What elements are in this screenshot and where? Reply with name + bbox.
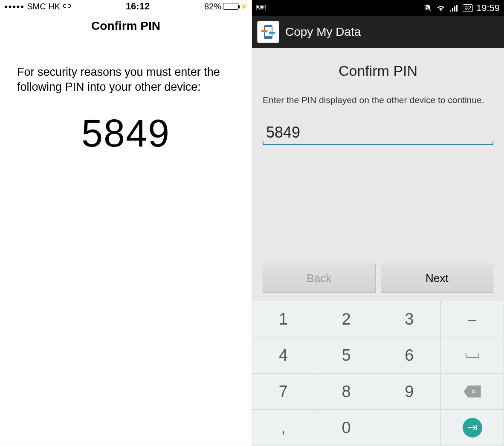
svg-rect-10 [261,7,262,8]
keypad-1[interactable]: 1 [252,301,315,337]
svg-rect-17 [452,8,453,12]
keypad-9[interactable]: 9 [378,374,441,410]
back-button[interactable]: Back [263,264,376,293]
personal-hotspot-icon [63,2,71,11]
android-screen: 92 19:59 Copy My Data Confirm PIN Enter … [252,0,504,446]
back-button-label: Back [307,272,331,285]
svg-rect-11 [262,7,263,8]
android-appbar: Copy My Data [252,16,504,48]
svg-rect-16 [450,10,451,12]
battery-icon [223,3,238,10]
ios-screen: ●●●●● SMC HK 16:12 82% ⚡ Confirm PIN For… [0,0,252,446]
android-content: Confirm PIN Enter the PIN displayed on t… [252,48,504,301]
next-button[interactable]: Next [381,264,494,293]
android-status-bar: 92 19:59 [252,0,504,16]
carrier-label: SMC HK [27,2,60,12]
svg-rect-9 [260,7,261,8]
page-title: Confirm PIN [91,19,160,33]
keyboard-indicator-icon [256,5,266,11]
ios-status-bar: ●●●●● SMC HK 16:12 82% ⚡ [0,0,252,13]
next-button-label: Next [426,272,448,285]
keypad-space[interactable] [441,337,504,374]
keypad-7[interactable]: 7 [252,374,315,410]
cell-signal-icon [450,5,458,12]
keypad-6[interactable]: 6 [378,337,441,374]
wifi-icon [436,4,446,12]
svg-rect-12 [264,7,264,8]
app-icon [257,21,279,43]
signal-dots-icon: ●●●●● [4,3,24,10]
svg-rect-8 [258,7,259,8]
keypad-3[interactable]: 3 [378,301,441,337]
status-time: 16:12 [71,1,204,12]
app-title: Copy My Data [285,25,361,39]
svg-rect-7 [257,7,258,8]
keypad-2[interactable]: 2 [315,301,378,337]
status-time: 19:59 [476,3,500,14]
backspace-icon: ✕ [464,386,481,397]
pin-input-wrap [263,121,493,145]
keypad-empty [378,410,441,446]
enter-icon [463,418,482,437]
battery-percentage: 82% [204,2,221,12]
svg-rect-4 [261,6,262,7]
svg-rect-18 [454,6,455,12]
keypad-enter[interactable] [441,410,504,446]
keypad-dash[interactable]: – [441,301,504,337]
svg-rect-1 [257,6,258,7]
numeric-keypad: 1 2 3 – 4 5 6 7 8 9 ✕ , 0 [252,301,504,446]
svg-rect-13 [258,9,264,9]
keypad-backspace[interactable]: ✕ [441,374,504,410]
ios-navbar: Confirm PIN [0,13,252,39]
keypad-0[interactable]: 0 [315,410,378,446]
ios-bottom-border [0,441,252,446]
keypad-4[interactable]: 4 [252,337,315,374]
page-title: Confirm PIN [263,63,493,79]
battery-level: 92 [463,4,473,12]
keypad-5[interactable]: 5 [315,337,378,374]
svg-rect-2 [258,6,259,7]
mute-icon [423,4,432,12]
button-row: Back Next [263,264,493,293]
instruction-text: Enter the PIN displayed on the other dev… [263,94,493,106]
pin-display: 5849 [17,112,235,155]
ios-content: For security reasons you must enter the … [0,39,252,155]
instruction-text: For security reasons you must enter the … [17,65,235,95]
svg-rect-19 [456,5,458,12]
charging-icon: ⚡ [240,3,247,10]
svg-rect-6 [264,6,264,7]
svg-rect-5 [262,6,263,7]
keypad-comma[interactable]: , [252,410,315,446]
keypad-8[interactable]: 8 [315,374,378,410]
svg-rect-3 [260,6,261,7]
pin-input[interactable] [263,121,493,145]
